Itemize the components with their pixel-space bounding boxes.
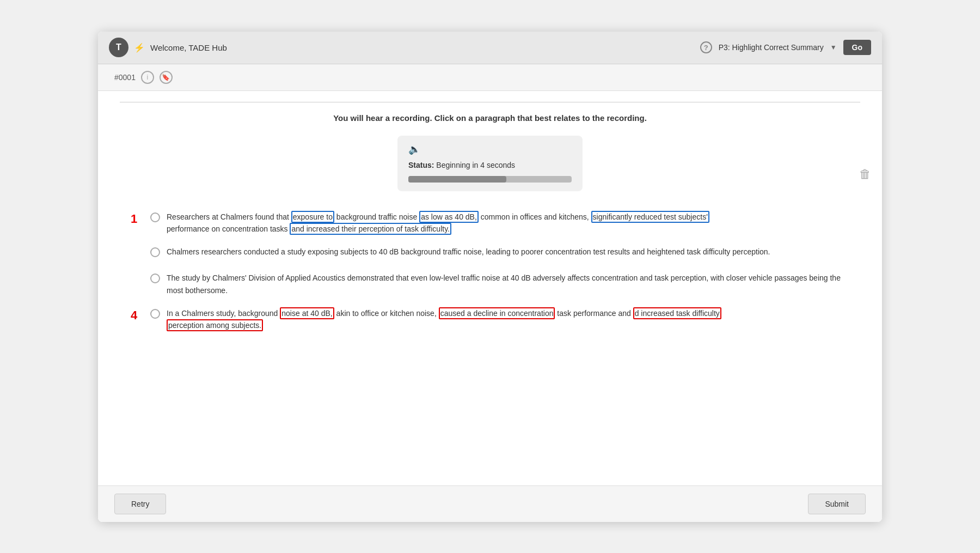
highlight-noise-40db: noise at 40 dB, (280, 307, 334, 319)
radio-button-4[interactable] (150, 309, 160, 319)
trash-icon[interactable]: 🗑 (859, 167, 871, 181)
answer-row-1: 1 Researchers at Chalmers found that exp… (131, 211, 849, 235)
audio-player: 🔈 Status: Beginning in 4 seconds (397, 136, 583, 191)
bookmark-icon[interactable]: 🔖 (160, 71, 173, 84)
welcome-text: Welcome, TADE Hub (150, 43, 227, 52)
radio-button-1[interactable] (150, 212, 160, 222)
header: T ⚡ Welcome, TADE Hub ? P3: Highlight Co… (98, 32, 882, 64)
sub-header: #0001 i 🔖 (98, 64, 882, 91)
help-icon: ? (700, 41, 712, 53)
status-value: Beginning in 4 seconds (436, 161, 515, 169)
main-content: 🗑 You will hear a recording. Click on a … (98, 91, 882, 485)
instruction-text: You will hear a recording. Click on a pa… (120, 113, 860, 123)
answer-text-1[interactable]: Researchers at Chalmers found that expos… (167, 211, 709, 235)
submit-button[interactable]: Submit (808, 494, 866, 514)
answer-row-4: 4 In a Chalmers study, background noise … (131, 307, 849, 332)
lightning-icon: ⚡ (134, 42, 145, 53)
answers-section: 1 Researchers at Chalmers found that exp… (120, 211, 860, 332)
row-number-4: 4 (131, 308, 144, 323)
highlight-exposure-to: exposure to (291, 211, 334, 223)
radio-button-3[interactable] (150, 274, 160, 283)
highlight-perception: perception among subjects. (167, 319, 263, 331)
trash-icon-area: 🗑 (859, 167, 871, 181)
question-number: #0001 (114, 73, 136, 82)
status-label: Status: (408, 161, 434, 169)
answer-text-3[interactable]: The study by Chalmers' Division of Appli… (167, 272, 849, 296)
progress-bar-bg (408, 176, 572, 183)
speaker-icon: 🔈 (408, 143, 420, 155)
task-label: P3: Highlight Correct Summary (719, 43, 824, 52)
avatar: T (109, 38, 128, 57)
highlight-increased-perception: and increased their perception of task d… (290, 223, 451, 235)
row-number-2: 2 (131, 247, 144, 261)
divider (120, 102, 860, 102)
highlight-caused-decline: caused a decline in concentration (439, 307, 555, 319)
radio-button-2[interactable] (150, 247, 160, 257)
header-right: ? P3: Highlight Correct Summary ▼ Go (700, 40, 871, 55)
header-left: T ⚡ Welcome, TADE Hub (109, 38, 227, 57)
audio-top: 🔈 (408, 143, 572, 155)
answer-row-3: 3 The study by Chalmers' Division of App… (131, 272, 849, 296)
answer-text-4[interactable]: In a Chalmers study, background noise at… (167, 307, 721, 332)
answer-row-2: 2 Chalmers researchers conducted a study… (131, 246, 849, 261)
highlight-40db: as low as 40 dB, (419, 211, 479, 223)
highlight-increased-difficulty: d increased task difficulty (633, 307, 721, 319)
go-button[interactable]: Go (843, 40, 871, 55)
answer-text-2[interactable]: Chalmers researchers conducted a study e… (167, 246, 770, 258)
retry-button[interactable]: Retry (114, 494, 166, 514)
progress-bar-fill (408, 176, 506, 183)
info-icon[interactable]: i (141, 71, 154, 84)
chevron-down-icon[interactable]: ▼ (830, 44, 837, 51)
row-number-1: 1 (131, 212, 144, 226)
row-number-3: 3 (131, 273, 144, 287)
footer: Retry Submit (98, 485, 882, 522)
app-window: T ⚡ Welcome, TADE Hub ? P3: Highlight Co… (98, 32, 882, 522)
highlight-significantly-reduced: significantly reduced test subjects' (591, 211, 709, 223)
